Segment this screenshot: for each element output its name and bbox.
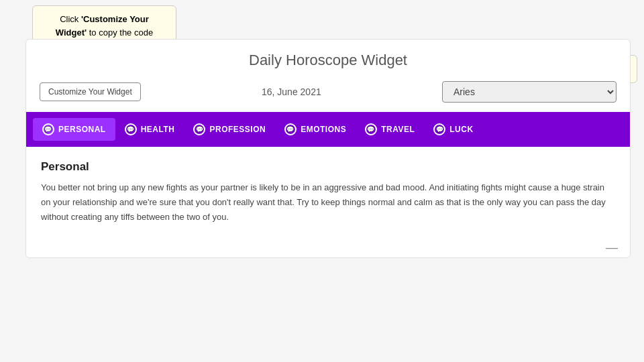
tab-icon-emotions: 💬: [284, 123, 297, 135]
content-text: You better not bring up any new fights a…: [41, 180, 615, 225]
tab-icon-profession: 💬: [193, 123, 205, 135]
tab-icon-travel: 💬: [365, 123, 377, 135]
tab-luck[interactable]: 💬 LUCK: [424, 118, 482, 141]
scroll-hint: —: [26, 238, 630, 257]
tab-icon-luck: 💬: [433, 123, 445, 135]
tab-profession[interactable]: 💬 PROFESSION: [184, 118, 275, 141]
content-area: Personal You better not bring up any new…: [26, 147, 630, 238]
tab-emotions[interactable]: 💬 EMOTIONS: [275, 118, 356, 141]
tab-label-profession: PROFESSION: [209, 125, 266, 134]
tab-label-health: HEALTH: [141, 125, 175, 134]
tab-label-luck: LUCK: [449, 125, 473, 134]
tab-travel[interactable]: 💬 TRAVEL: [356, 118, 424, 141]
tab-label-emotions: EMOTIONS: [301, 125, 346, 134]
zodiac-select[interactable]: Aries Taurus Gemini Cancer Leo Virgo Lib…: [442, 81, 616, 103]
customize-widget-button[interactable]: Customize Your Widget: [40, 82, 141, 101]
tab-icon-health: 💬: [125, 123, 137, 135]
date-label: 16, June 2021: [262, 86, 321, 97]
tab-health[interactable]: 💬 HEALTH: [115, 118, 184, 141]
widget-container: Daily Horoscope Widget Customize Your Wi…: [25, 39, 631, 258]
tab-label-personal: PERSONAL: [58, 125, 106, 134]
tab-personal[interactable]: 💬 PERSONAL: [33, 118, 115, 141]
widget-title: Daily Horoscope Widget: [26, 40, 630, 76]
tab-icon-personal: 💬: [42, 123, 54, 135]
tab-label-travel: TRAVEL: [381, 125, 415, 134]
widget-header: Customize Your Widget 16, June 2021 Arie…: [26, 76, 630, 112]
content-heading: Personal: [41, 160, 615, 174]
tabs-bar: 💬 PERSONAL 💬 HEALTH 💬 PROFESSION 💬 EMOTI…: [26, 112, 630, 147]
